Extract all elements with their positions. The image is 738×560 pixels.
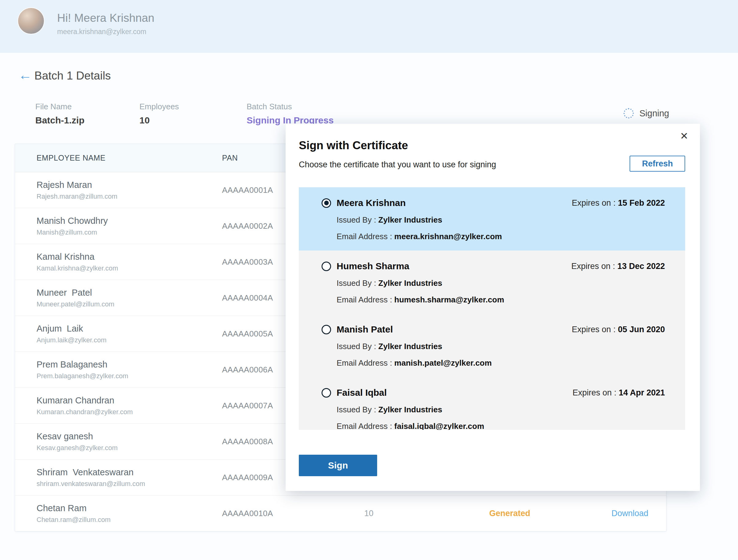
certificate-issuer: Issued By : Zylker Industries: [337, 215, 665, 225]
batch-status-label: Batch Status: [247, 102, 334, 111]
certificate-email: Email Address : meera.krishnan@zylker.co…: [337, 232, 665, 241]
employee-email: Kesav.ganesh@zylker.com: [37, 444, 222, 452]
employee-email: Manish@zillum.com: [37, 228, 222, 236]
employee-name: Kamal Krishna: [37, 252, 222, 262]
employee-email: shriram.venkateswaran@zillum.com: [37, 480, 222, 488]
top-header: Hi! Meera Krishnan meera.krishnan@zylker…: [0, 0, 738, 53]
employee-email: Chetan.ram@zillum.com: [37, 516, 222, 524]
employees-block: Employees 10: [139, 102, 179, 125]
employees-label: Employees: [139, 102, 179, 111]
employee-name: Kumaran Chandran: [37, 396, 222, 406]
employee-name: Shriram Venkateswaran: [37, 467, 222, 477]
certificate-name: Humesh Sharma: [337, 261, 409, 271]
certificate-issuer: Issued By : Zylker Industries: [337, 278, 665, 288]
certificate-expiry: Expires on : 14 Apr 2021: [573, 388, 665, 398]
employee-email: Kamal.krishna@zylker.com: [37, 264, 222, 272]
file-name-block: File Name Batch-1.zip: [35, 102, 84, 125]
employee-pan: AAAAA0010A: [222, 509, 350, 518]
radio-selected-icon[interactable]: [322, 198, 331, 208]
certificate-option[interactable]: Meera Krishnan Expires on : 15 Feb 2022 …: [299, 187, 685, 250]
radio-unselected-icon[interactable]: [322, 325, 331, 334]
employee-name: Kesav ganesh: [37, 431, 222, 442]
employee-name: Rajesh Maran: [37, 180, 222, 190]
employee-name: Manish Chowdhry: [37, 216, 222, 226]
certificate-name: Manish Patel: [337, 324, 393, 335]
modal-subtitle: Choose the certificate that you want to …: [299, 160, 496, 169]
certificate-expiry: Expires on : 13 Dec 2022: [571, 261, 665, 271]
file-name-value: Batch-1.zip: [35, 115, 84, 125]
refresh-button[interactable]: Refresh: [630, 156, 685, 172]
employee-name: Anjum Laik: [37, 324, 222, 334]
status-badge: Generated: [470, 509, 593, 518]
back-arrow-icon[interactable]: ←: [18, 68, 32, 82]
employee-email: Rajesh.maran@zillum.com: [37, 192, 222, 200]
signing-label: Signing: [640, 108, 669, 118]
employee-name: Prem Balaganesh: [37, 360, 222, 370]
certificate-issuer: Issued By : Zylker Industries: [337, 405, 665, 415]
employee-email: Anjum.laik@zylker.com: [37, 336, 222, 344]
close-icon[interactable]: ✕: [680, 131, 688, 141]
certificate-expiry: Expires on : 15 Feb 2022: [572, 198, 665, 208]
signing-indicator: Signing: [624, 108, 669, 118]
certificate-issuer: Issued By : Zylker Industries: [337, 342, 665, 351]
employee-email: Prem.balaganesh@zylker.com: [37, 372, 222, 380]
employee-email: Kumaran.chandran@zylker.com: [37, 408, 222, 416]
loading-spinner-icon: [624, 108, 634, 118]
avatar: [17, 7, 44, 34]
radio-unselected-icon[interactable]: [322, 388, 331, 398]
certificate-name: Meera Krishnan: [337, 198, 406, 208]
certificate-option[interactable]: Humesh Sharma Expires on : 13 Dec 2022 I…: [299, 250, 685, 314]
batch-status-block: Batch Status Signing In Progress: [247, 102, 334, 125]
page-title: Batch 1 Details: [34, 69, 111, 82]
certificate-email: Email Address : faisal.iqbal@zylker.com: [337, 422, 665, 430]
employee-name: Chetan Ram: [37, 503, 222, 513]
employee-email: Muneer.patel@zillum.com: [37, 300, 222, 308]
employees-count: 10: [139, 115, 179, 125]
user-email: meera.krishnan@zylker.com: [57, 28, 154, 36]
user-name: Hi! Meera Krishnan: [57, 12, 154, 25]
certificate-name: Faisal Iqbal: [337, 388, 387, 398]
certificate-expiry: Expires on : 05 Jun 2020: [572, 325, 665, 334]
modal-title: Sign with Certificate: [299, 139, 408, 152]
employee-name: Muneer Patel: [37, 288, 222, 298]
user-greeting: Hi! Meera Krishnan meera.krishnan@zylker…: [57, 12, 154, 36]
column-employee-name: EMPLOYEE NAME: [37, 153, 222, 162]
file-name-label: File Name: [35, 102, 84, 111]
radio-unselected-icon[interactable]: [322, 261, 331, 271]
certificate-email: Email Address : humesh.sharma@zylker.com: [337, 295, 665, 305]
document-count: 10: [350, 509, 470, 518]
table-row: Chetan Ram Chetan.ram@zillum.com AAAAA00…: [15, 496, 666, 531]
certificate-option[interactable]: Manish Patel Expires on : 05 Jun 2020 Is…: [299, 314, 685, 377]
certificate-option[interactable]: Faisal Iqbal Expires on : 14 Apr 2021 Is…: [299, 377, 685, 430]
sign-certificate-modal: ✕ Sign with Certificate Choose the certi…: [286, 124, 700, 491]
download-link[interactable]: Download: [593, 509, 666, 518]
certificate-email: Email Address : manish.patel@zylker.com: [337, 358, 665, 368]
certificate-list: Meera Krishnan Expires on : 15 Feb 2022 …: [299, 187, 685, 430]
sign-button[interactable]: Sign: [299, 455, 377, 476]
